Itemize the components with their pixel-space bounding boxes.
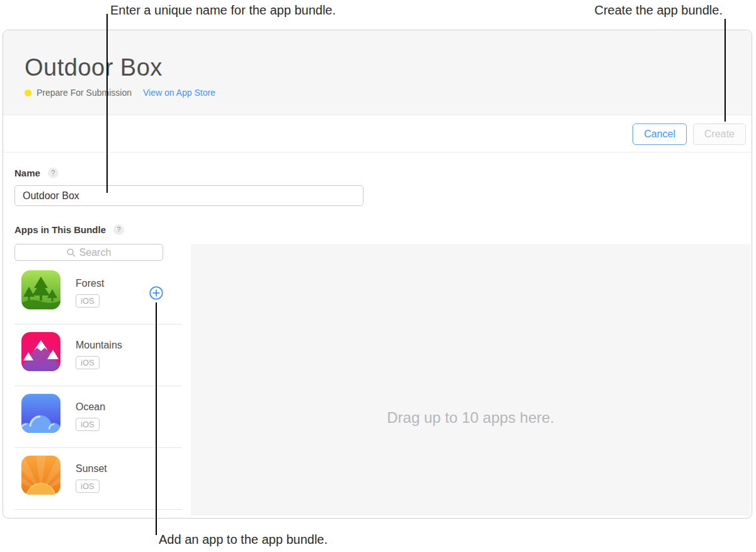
status-dot-icon bbox=[25, 89, 32, 96]
page-title: Outdoor Box bbox=[25, 30, 752, 81]
platform-badge: iOS bbox=[76, 480, 100, 493]
app-info: Forest iOS bbox=[76, 270, 104, 330]
app-list: Forest iOS bbox=[14, 268, 182, 515]
callout-line-add-app bbox=[156, 302, 157, 535]
name-label: Name bbox=[14, 168, 40, 178]
platform-badge: iOS bbox=[76, 418, 100, 431]
app-name: Forest bbox=[76, 278, 104, 289]
callout-line-name-field bbox=[106, 14, 108, 193]
app-info: Mountains iOS bbox=[76, 332, 122, 391]
bundle-drop-zone[interactable]: Drag up to 10 apps here. bbox=[191, 244, 750, 515]
app-name: Mountains bbox=[76, 340, 122, 351]
app-info: Sunset iOS bbox=[76, 456, 107, 515]
cancel-button[interactable]: Cancel bbox=[633, 124, 687, 145]
annotation-name-field: Enter a unique name for the app bundle. bbox=[110, 3, 336, 18]
add-app-button[interactable] bbox=[149, 286, 163, 300]
apps-in-bundle-label: Apps in This Bundle bbox=[14, 224, 106, 235]
toolbar: Cancel Create bbox=[3, 115, 752, 152]
app-row-sunset[interactable]: Sunset iOS bbox=[14, 453, 182, 515]
annotation-add-app: Add an app to the app bundle. bbox=[159, 532, 328, 547]
toolbar-buttons: Cancel Create bbox=[633, 124, 746, 145]
create-button[interactable]: Create bbox=[693, 124, 746, 145]
app-name: Sunset bbox=[76, 463, 107, 474]
platform-badge: iOS bbox=[76, 294, 100, 308]
app-row-forest[interactable]: Forest iOS bbox=[14, 268, 182, 330]
search-placeholder: Search bbox=[79, 247, 112, 258]
sunset-app-icon bbox=[21, 456, 60, 495]
apps-help-icon[interactable]: ? bbox=[113, 224, 124, 235]
status-row: Prepare For Submission View on App Store bbox=[25, 88, 752, 98]
status-text: Prepare For Submission bbox=[37, 88, 132, 98]
search-icon bbox=[67, 248, 76, 257]
page: Enter a unique name for the app bundle. … bbox=[0, 0, 756, 552]
mountains-app-icon bbox=[21, 332, 60, 371]
app-info: Ocean iOS bbox=[76, 394, 105, 453]
app-bundle-panel: Outdoor Box Prepare For Submission View … bbox=[3, 30, 752, 519]
callout-line-create-button bbox=[724, 19, 726, 122]
platform-badge: iOS bbox=[76, 356, 100, 369]
app-row-ocean[interactable]: Ocean iOS bbox=[14, 391, 182, 453]
view-on-app-store-link[interactable]: View on App Store bbox=[143, 88, 215, 98]
content-area: Name ? Apps in This Bundle ? Search bbox=[3, 152, 752, 518]
app-name: Ocean bbox=[76, 401, 105, 413]
bundle-name-input[interactable] bbox=[14, 185, 364, 206]
plus-icon bbox=[149, 286, 163, 300]
search-input[interactable]: Search bbox=[14, 244, 163, 261]
ocean-app-icon bbox=[21, 394, 60, 433]
name-help-icon[interactable]: ? bbox=[48, 168, 59, 178]
name-label-row: Name ? bbox=[14, 168, 59, 178]
annotation-create-button: Create the app bundle. bbox=[595, 3, 723, 18]
drop-zone-text: Drag up to 10 apps here. bbox=[191, 244, 750, 427]
panel-header: Outdoor Box Prepare For Submission View … bbox=[3, 30, 752, 115]
app-row-mountains[interactable]: Mountains iOS bbox=[14, 330, 182, 391]
forest-app-icon bbox=[21, 270, 60, 309]
apps-label-row: Apps in This Bundle ? bbox=[14, 224, 124, 235]
